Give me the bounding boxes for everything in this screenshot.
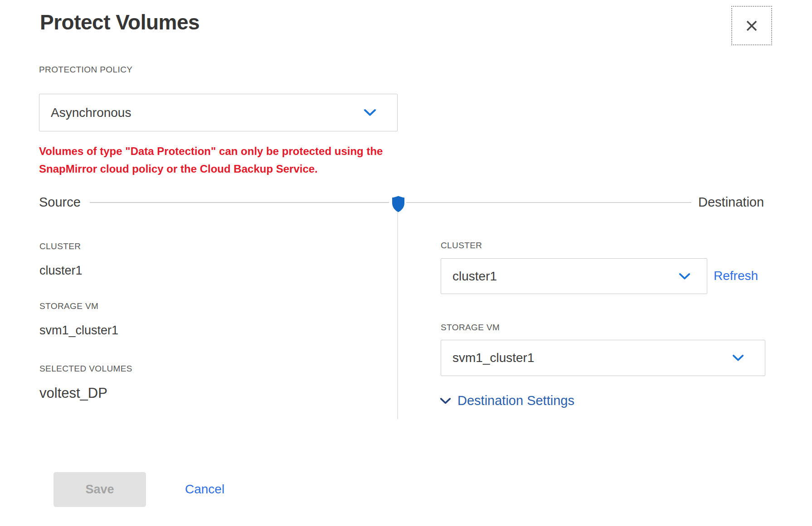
destination-cluster-label: CLUSTER xyxy=(441,241,482,251)
source-storage-vm-label: STORAGE VM xyxy=(39,301,98,311)
warning-line-1: Volumes of type "Data Protection" can on… xyxy=(39,142,383,160)
destination-storage-vm-select[interactable]: svm1_cluster1 xyxy=(441,340,765,376)
refresh-link[interactable]: Refresh xyxy=(714,269,758,283)
protect-volumes-dialog: Protect Volumes PROTECTION POLICY Asynch… xyxy=(0,0,812,526)
column-divider-line xyxy=(397,212,398,419)
warning-message: Volumes of type "Data Protection" can on… xyxy=(39,142,383,178)
protection-policy-select[interactable]: Asynchronous xyxy=(39,94,398,131)
source-section-label: Source xyxy=(39,195,81,210)
destination-settings-label: Destination Settings xyxy=(457,393,574,408)
destination-settings-toggle[interactable]: Destination Settings xyxy=(440,393,574,408)
cancel-button[interactable]: Cancel xyxy=(185,482,224,497)
warning-line-2: SnapMirror cloud policy or the Cloud Bac… xyxy=(39,160,383,178)
protection-policy-value: Asynchronous xyxy=(51,106,131,120)
chevron-down-icon xyxy=(364,109,376,116)
page-title: Protect Volumes xyxy=(40,10,199,34)
close-icon xyxy=(744,18,760,34)
chevron-down-icon xyxy=(679,273,690,280)
chevron-down-icon xyxy=(732,354,744,362)
divider-line-left xyxy=(90,202,389,203)
destination-storage-vm-value: svm1_cluster1 xyxy=(452,351,535,365)
protection-policy-label: PROTECTION POLICY xyxy=(39,65,132,75)
shield-icon xyxy=(392,196,405,212)
destination-cluster-select[interactable]: cluster1 xyxy=(441,258,707,294)
source-cluster-value: cluster1 xyxy=(39,264,83,278)
selected-volumes-value: voltest_DP xyxy=(39,385,107,401)
destination-section-label: Destination xyxy=(698,195,764,210)
source-cluster-label: CLUSTER xyxy=(39,241,81,251)
close-button[interactable] xyxy=(731,6,772,45)
destination-storage-vm-label: STORAGE VM xyxy=(441,323,500,333)
selected-volumes-label: SELECTED VOLUMES xyxy=(39,364,132,374)
destination-cluster-value: cluster1 xyxy=(452,269,497,284)
chevron-down-icon xyxy=(440,397,451,405)
divider-line-right xyxy=(406,202,691,203)
save-button[interactable]: Save xyxy=(53,472,146,507)
source-storage-vm-value: svm1_cluster1 xyxy=(39,323,118,338)
